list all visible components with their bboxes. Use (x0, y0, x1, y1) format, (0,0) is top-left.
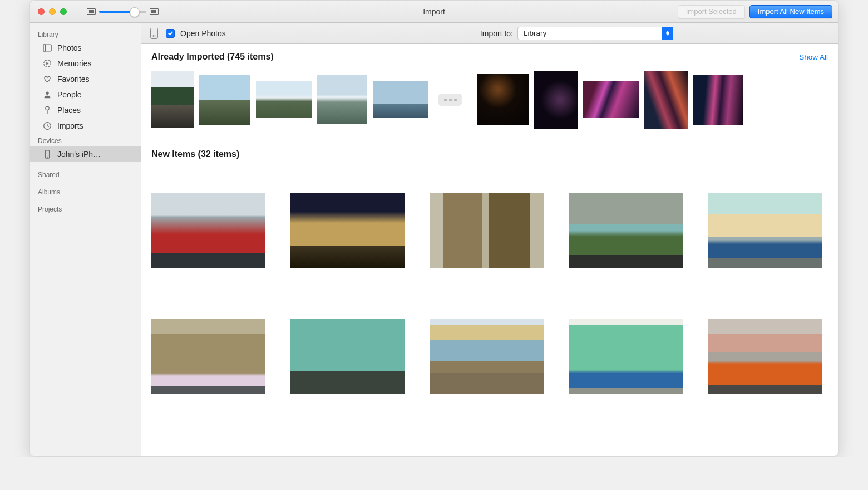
person-icon (42, 90, 52, 100)
window-title: Import (423, 7, 445, 16)
zoom-out-icon[interactable] (87, 8, 96, 15)
clock-icon (42, 121, 52, 131)
sidebar: Library Photos Memories Favorites People… (30, 23, 141, 456)
import-to-label: Import to: (480, 29, 513, 38)
sidebar-item-photos[interactable]: Photos (30, 40, 141, 56)
sidebar-group-devices: Devices (30, 134, 141, 146)
thumbnail[interactable] (708, 193, 822, 268)
thumbnail-size-control (87, 8, 159, 15)
svg-rect-0 (43, 45, 51, 51)
thumbnail[interactable] (290, 318, 405, 394)
thumbnail[interactable] (583, 81, 639, 118)
sidebar-item-label: Favorites (57, 75, 90, 84)
sidebar-item-label: People (57, 90, 82, 99)
thumbnail[interactable] (534, 71, 578, 129)
thumbnail[interactable] (151, 71, 194, 128)
sidebar-item-people[interactable]: People (30, 87, 141, 102)
import-all-button[interactable]: Import All New Items (749, 5, 832, 18)
thumbnail[interactable] (430, 318, 544, 394)
minimize-window-button[interactable] (49, 8, 56, 15)
thumbnail[interactable] (477, 74, 529, 125)
sidebar-item-favorites[interactable]: Favorites (30, 71, 141, 87)
sidebar-item-device[interactable]: John's iPh… (30, 146, 141, 162)
thumbnail[interactable] (693, 75, 743, 125)
device-glyph-icon (150, 28, 158, 39)
thumbnail[interactable] (151, 193, 265, 268)
sidebar-item-label: Memories (57, 59, 91, 68)
sidebar-group-projects[interactable]: Projects (30, 198, 141, 215)
sidebar-item-memories[interactable]: Memories (30, 56, 141, 71)
sidebar-item-label: Imports (57, 121, 83, 130)
thumbnail[interactable] (569, 318, 683, 394)
photos-icon (42, 43, 52, 53)
sidebar-item-places[interactable]: Places (30, 102, 141, 118)
import-to-select[interactable]: Library (517, 27, 673, 40)
import-selected-button[interactable]: Import Selected (678, 5, 745, 18)
sidebar-item-label: John's iPh… (57, 150, 101, 159)
sidebar-item-label: Places (57, 106, 81, 115)
thumbnail[interactable] (199, 75, 250, 125)
thumbnail[interactable] (373, 81, 428, 118)
already-imported-heading: Already Imported (745 items) (151, 52, 274, 62)
app-window: Import Import Selected Import All New It… (29, 0, 839, 457)
new-items-heading: New Items (32 items) (151, 149, 239, 159)
memories-icon (42, 58, 52, 68)
traffic-lights (38, 8, 67, 15)
close-window-button[interactable] (38, 8, 45, 15)
pin-icon (42, 105, 52, 115)
thumbnail[interactable] (317, 75, 367, 124)
import-to-value: Library (524, 29, 546, 37)
phone-icon (42, 149, 52, 159)
svg-point-5 (46, 106, 49, 110)
sidebar-item-imports[interactable]: Imports (30, 118, 141, 134)
svg-rect-1 (43, 45, 46, 51)
thumbnail[interactable] (151, 318, 265, 394)
open-photos-checkbox[interactable] (166, 29, 175, 38)
sidebar-group-albums[interactable]: Albums (30, 180, 141, 198)
thumbnail[interactable] (708, 318, 822, 394)
titlebar: Import Import Selected Import All New It… (30, 1, 838, 23)
thumbnail[interactable] (256, 81, 312, 118)
open-photos-label: Open Photos (180, 29, 226, 38)
thumbnail[interactable] (430, 193, 544, 268)
svg-marker-3 (46, 62, 49, 65)
heart-icon (42, 74, 52, 84)
sidebar-group-library: Library (30, 27, 141, 40)
main-pane: Open Photos Import to: Library Already I… (141, 23, 838, 456)
new-items-grid (151, 165, 828, 422)
thumbnail[interactable] (644, 71, 688, 129)
more-dots-button[interactable] (438, 94, 462, 106)
svg-point-4 (46, 92, 48, 95)
show-all-link[interactable]: Show All (799, 53, 828, 61)
import-toolbar: Open Photos Import to: Library (141, 23, 838, 44)
zoom-in-icon[interactable] (150, 8, 159, 15)
svg-point-9 (47, 157, 47, 158)
sidebar-group-shared[interactable]: Shared (30, 162, 141, 180)
zoom-window-button[interactable] (60, 8, 67, 15)
already-imported-row (151, 67, 828, 139)
content-scroll[interactable]: Already Imported (745 items) Show All (141, 44, 838, 456)
chevron-updown-icon (662, 27, 673, 40)
thumbnail[interactable] (569, 193, 683, 268)
zoom-slider[interactable] (99, 11, 146, 13)
thumbnail[interactable] (290, 193, 405, 268)
sidebar-item-label: Photos (57, 43, 82, 52)
